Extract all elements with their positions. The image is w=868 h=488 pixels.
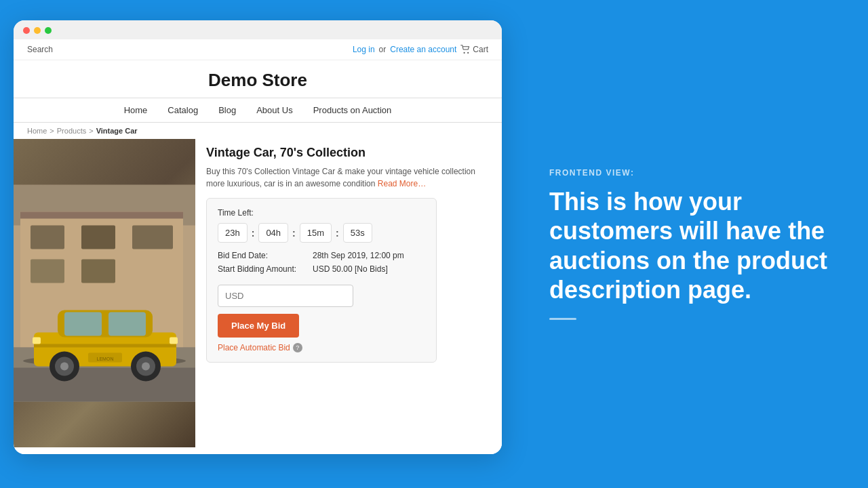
store-nav: Home Catalog Blog About Us Products on A… <box>14 98 502 123</box>
timer-sep1: : <box>252 228 255 239</box>
cart-label: Cart <box>473 45 488 54</box>
product-image: LEMON <box>14 139 195 447</box>
login-link[interactable]: Log in <box>353 45 375 54</box>
svg-rect-25 <box>170 338 178 344</box>
browser-panel: Search Log in or Create an account Cart … <box>0 0 515 488</box>
bid-end-value: 28th Sep 2019, 12:00 pm <box>313 251 404 260</box>
store-topbar: Search Log in or Create an account Cart <box>14 39 502 60</box>
svg-point-0 <box>464 52 465 54</box>
nav-about-us[interactable]: About Us <box>256 105 292 115</box>
breadcrumb: Home > Products > Vintage Car <box>14 123 502 139</box>
timer-hours1: 23h <box>218 223 248 243</box>
svg-point-20 <box>60 363 68 371</box>
svg-text:LEMON: LEMON <box>97 357 114 361</box>
timer-sep3: : <box>336 228 339 239</box>
timer-sep2: : <box>292 228 296 239</box>
timer-seconds: 53s <box>343 223 372 243</box>
store-content: Search Log in or Create an account Cart … <box>14 39 502 454</box>
svg-rect-17 <box>108 312 146 336</box>
divider-line <box>549 318 576 320</box>
breadcrumb-sep2: > <box>89 127 93 135</box>
nav-blog[interactable]: Blog <box>218 105 236 115</box>
svg-rect-9 <box>31 260 64 283</box>
start-bidding-value: USD 50.00 [No Bids] <box>313 264 388 274</box>
auction-box: Time Left: 23h : 04h : 15m : 53s Bid End… <box>206 198 437 363</box>
nav-catalog[interactable]: Catalog <box>167 105 198 115</box>
right-panel: FRONTEND VIEW: This is how your customer… <box>515 0 868 488</box>
start-bidding-label: Start Bidding Amount: <box>218 264 313 274</box>
breadcrumb-products[interactable]: Products <box>57 127 86 135</box>
product-area: LEMON Vintage Car, 70's Collection Buy t… <box>14 139 502 454</box>
svg-rect-5 <box>20 212 183 219</box>
svg-rect-16 <box>64 312 102 336</box>
frontend-view-label: FRONTEND VIEW: <box>549 168 834 178</box>
breadcrumb-home[interactable]: Home <box>27 127 47 135</box>
svg-rect-26 <box>33 338 41 344</box>
auto-bid-label: Place Automatic Bid <box>218 343 290 352</box>
main-headline: This is how your customers will have the… <box>549 187 834 304</box>
bid-end-label: Bid End Date: <box>218 251 313 260</box>
timer-row: 23h : 04h : 15m : 53s <box>218 223 425 243</box>
dot-yellow[interactable] <box>34 27 41 34</box>
nav-products-on-auction[interactable]: Products on Auction <box>313 105 392 115</box>
or-label: or <box>379 45 387 54</box>
product-desc-text: Buy this 70's Collection Vintage Car & m… <box>206 167 475 188</box>
read-more-link[interactable]: Read More… <box>378 179 426 188</box>
bid-end-row: Bid End Date: 28th Sep 2019, 12:00 pm <box>218 251 425 260</box>
search-label[interactable]: Search <box>27 45 53 54</box>
dot-green[interactable] <box>45 27 52 34</box>
cart-wrap[interactable]: Cart <box>460 45 488 54</box>
svg-rect-12 <box>14 368 195 402</box>
cart-icon <box>460 45 470 54</box>
dot-red[interactable] <box>23 27 30 34</box>
create-account-link[interactable]: Create an account <box>390 45 456 54</box>
bid-input[interactable] <box>218 285 353 307</box>
svg-rect-7 <box>81 226 115 249</box>
svg-rect-10 <box>81 260 115 283</box>
start-bidding-row: Start Bidding Amount: USD 50.00 [No Bids… <box>218 264 425 274</box>
svg-rect-6 <box>31 226 64 249</box>
store-title: Demo Store <box>14 60 502 98</box>
time-left-label: Time Left: <box>218 208 425 218</box>
browser-window: Search Log in or Create an account Cart … <box>14 20 502 454</box>
vintage-car-image: LEMON <box>14 139 195 447</box>
place-bid-button[interactable]: Place My Bid <box>218 314 299 338</box>
svg-rect-24 <box>34 344 176 348</box>
timer-minutes: 15m <box>300 223 332 243</box>
browser-chrome <box>14 20 502 39</box>
browser-dots <box>23 27 492 34</box>
product-description: Buy this 70's Collection Vintage Car & m… <box>206 165 488 190</box>
product-details: Vintage Car, 70's Collection Buy this 70… <box>206 139 488 447</box>
auto-bid-link[interactable]: Place Automatic Bid ? <box>218 343 425 352</box>
svg-point-1 <box>467 52 469 54</box>
help-icon: ? <box>293 343 302 352</box>
breadcrumb-current: Vintage Car <box>96 127 138 135</box>
breadcrumb-sep1: > <box>50 127 54 135</box>
nav-home[interactable]: Home <box>124 105 148 115</box>
timer-hours2: 04h <box>258 223 288 243</box>
svg-rect-8 <box>132 226 173 249</box>
product-title: Vintage Car, 70's Collection <box>206 146 488 160</box>
svg-point-23 <box>142 363 150 371</box>
